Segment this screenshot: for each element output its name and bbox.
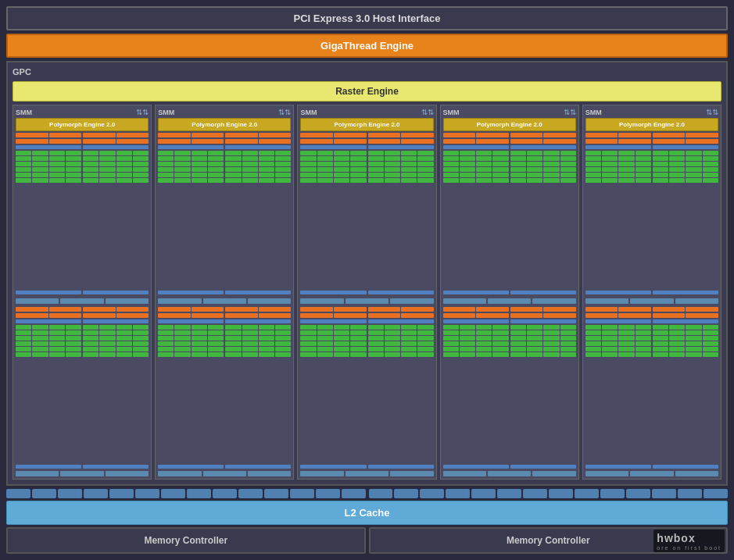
gpc-container: GPC Raster Engine SMM ⇅⇅ Polymorph Engin… [6,61,728,486]
mem-dot [446,489,470,498]
smm-block-3: SMM ⇅⇅ Polymorph Engine 2.0 [297,105,436,480]
l2-label: L2 Cache [345,507,390,519]
mem-dot [109,489,134,498]
mem-ctrl-right-dots [369,489,729,498]
mem-ctrl-left-dots [6,489,366,498]
polymorph-4: Polymorph Engine 2.0 [443,118,576,131]
memory-controller-left-label: Memory Controller [144,535,227,546]
mem-dot [575,489,599,498]
mem-dot [652,489,676,498]
mem-dot [187,489,211,498]
polymorph-3: Polymorph Engine 2.0 [300,118,433,131]
mem-dot [238,489,263,498]
raster-engine-bar: Raster Engine [13,81,721,102]
watermark-sub: ore on first boot [657,545,721,551]
arrows-3: ⇅⇅ [421,108,434,116]
mem-dot [32,489,56,498]
pci-label: PCI Express 3.0 Host Interface [294,12,441,24]
mem-dot [678,489,702,498]
memory-controller-right-label: Memory Controller [507,535,590,546]
watermark-container: hwbox ore on first boot [653,530,725,552]
giga-thread-bar: GigaThread Engine [6,34,728,58]
smm-block-4: SMM ⇅⇅ Polymorph Engine 2.0 [440,105,579,480]
l2-cache-bar: L2 Cache [6,501,728,525]
mem-dot [420,489,444,498]
polymorph-2: Polymorph Engine 2.0 [158,118,291,131]
mem-dot [316,489,340,498]
mem-dot [290,489,314,498]
mem-dot [704,489,728,498]
mem-dot [84,489,108,498]
mem-dot [626,489,650,498]
smm-label-3: SMM [300,109,317,116]
smm-block-2: SMM ⇅⇅ Polymorph Engine 2.0 [155,105,294,480]
mem-dot [523,489,547,498]
mem-dot [264,489,288,498]
smm-block-1: SMM ⇅⇅ Polymorph Engine 2.0 [13,105,152,480]
watermark-text: hwbox [657,532,695,544]
mem-ctrl-dots-row [6,489,728,498]
arrows-2: ⇅⇅ [278,108,291,116]
smm-label-2: SMM [158,109,174,116]
mem-dot [394,489,418,498]
mem-dot [58,489,82,498]
pci-bar: PCI Express 3.0 Host Interface [6,6,728,30]
mem-dot [161,489,185,498]
main-container: PCI Express 3.0 Host Interface GigaThrea… [0,0,734,560]
polymorph-5: Polymorph Engine 2.0 [585,118,718,131]
mem-dot [135,489,159,498]
arrows-4: ⇅⇅ [564,108,576,116]
smm-label-4: SMM [443,109,460,116]
mem-dot [549,489,573,498]
smm-label-1: SMM [16,109,32,116]
mem-dot [471,489,496,498]
mem-dot [497,489,521,498]
memory-controller-row: Memory Controller Memory Controller hwbo… [6,527,728,554]
smm-block-5: SMM ⇅⇅ Polymorph Engine 2.0 [582,105,721,480]
mem-dot [6,489,30,498]
mem-dot [600,489,625,498]
memory-controller-left: Memory Controller [6,527,366,554]
arrows-5: ⇅⇅ [706,108,718,116]
raster-label: Raster Engine [335,86,399,97]
smm-label-5: SMM [585,109,602,116]
gpc-label: GPC [13,67,721,77]
mem-dot [213,489,237,498]
bottom-section: L2 Cache Memory Controller Memory Contro… [6,489,728,554]
arrows-1: ⇅⇅ [136,108,149,116]
polymorph-1: Polymorph Engine 2.0 [16,118,149,131]
smm-row: SMM ⇅⇅ Polymorph Engine 2.0 [13,105,721,480]
giga-label: GigaThread Engine [320,40,414,52]
mem-dot [369,489,393,498]
mem-dot [342,489,366,498]
